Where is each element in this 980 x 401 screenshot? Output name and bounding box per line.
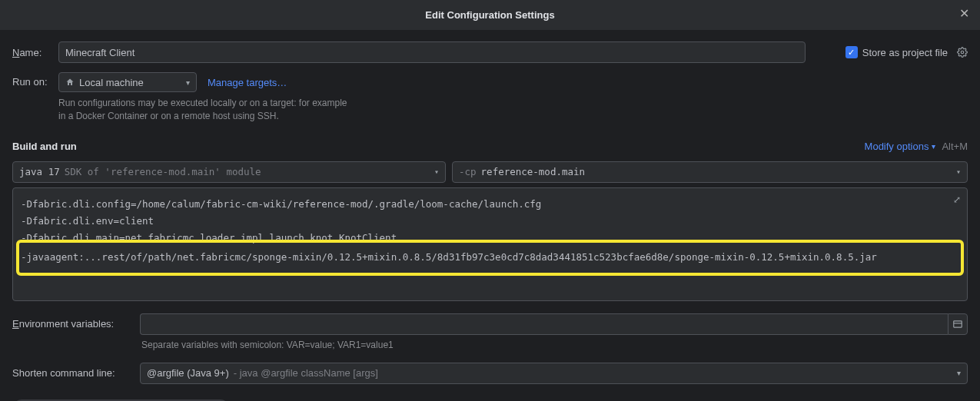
name-label: Name: — [12, 47, 58, 58]
dialog-title: Edit Configuration Settings — [425, 9, 554, 21]
name-input[interactable] — [58, 41, 806, 63]
expand-icon[interactable]: ⤢ — [953, 194, 961, 205]
title-bar: Edit Configuration Settings ✕ — [0, 0, 980, 31]
vm-line: -Dfabric.dli.env=client — [21, 213, 959, 230]
sdk-hint: SDK of 'reference-mod.main' module — [65, 166, 261, 177]
chevron-down-icon: ▾ — [957, 369, 961, 377]
run-on-column: Local machine ▾ Manage targets… Run conf… — [58, 72, 350, 124]
run-on-label: Run on: — [12, 72, 58, 88]
classpath-dropdown[interactable]: -cp reference-mod.main ▾ — [452, 161, 968, 183]
shorten-row: Shorten command line: @argfile (Java 9+)… — [12, 363, 968, 384]
sdk-value: java 17 — [19, 166, 60, 177]
build-and-run-title: Build and run — [12, 141, 77, 152]
chevron-down-icon: ▾ — [956, 167, 961, 176]
run-on-row: Run on: Local machine ▾ Manage targets… … — [12, 72, 968, 124]
svg-rect-1 — [954, 321, 962, 327]
store-label: Store as project file — [862, 47, 948, 58]
modify-options-shortcut: Alt+M — [942, 141, 968, 152]
shorten-hint: - java @argfile className [args] — [234, 367, 378, 379]
vm-line: -javaagent:...rest/of/path/net.fabricmc/… — [21, 249, 959, 266]
modify-options-label: Modify options — [865, 141, 929, 152]
cp-value: reference-mod.main — [481, 166, 585, 177]
home-icon — [65, 78, 75, 87]
chevron-down-icon: ▾ — [434, 167, 439, 176]
close-icon[interactable]: ✕ — [959, 8, 969, 20]
build-and-run-header: Build and run Modify options ▾ Alt+M — [12, 141, 968, 152]
chevron-down-icon: ▾ — [186, 78, 190, 87]
manage-targets-link[interactable]: Manage targets… — [208, 77, 287, 88]
vm-line: -Dfabric.dli.config=/home/calum/fabric-c… — [21, 196, 959, 213]
run-on-value: Local machine — [79, 77, 144, 88]
store-as-project-file[interactable]: ✓ Store as project file — [845, 46, 968, 58]
env-browse-button[interactable] — [948, 313, 968, 335]
name-row: Name: ✓ Store as project file — [12, 41, 968, 63]
checkbox-checked-icon[interactable]: ✓ — [845, 46, 858, 58]
run-on-dropdown[interactable]: Local machine ▾ — [58, 72, 197, 92]
cp-flag: -cp — [459, 166, 477, 177]
shorten-dropdown[interactable]: @argfile (Java 9+) - java @argfile class… — [140, 363, 968, 384]
sdk-cp-row: java 17 SDK of 'reference-mod.main' modu… — [12, 161, 968, 183]
sdk-dropdown[interactable]: java 17 SDK of 'reference-mod.main' modu… — [12, 161, 446, 183]
vm-options-textarea[interactable]: ⤢ -Dfabric.dli.config=/home/calum/fabric… — [12, 187, 968, 301]
modify-options-link[interactable]: Modify options ▾ — [865, 141, 936, 152]
env-hint: Separate variables with semicolon: VAR=v… — [141, 340, 968, 350]
env-input-wrap — [140, 313, 968, 335]
env-row: Environment variables: — [12, 313, 968, 335]
dialog-content: Name: ✓ Store as project file Run on: Lo… — [0, 31, 980, 401]
chevron-down-icon: ▾ — [932, 142, 935, 151]
shorten-value: @argfile (Java 9+) — [147, 367, 229, 379]
run-on-hint: Run configurations may be executed local… — [58, 97, 350, 124]
shorten-label: Shorten command line: — [12, 367, 131, 379]
svg-point-0 — [961, 51, 964, 54]
vm-line: -Dfabric.dli.main=net.fabricmc.loader.im… — [21, 230, 959, 247]
gear-icon[interactable] — [957, 47, 968, 58]
env-label: Environment variables: — [12, 318, 131, 330]
env-variables-input[interactable] — [140, 313, 948, 335]
